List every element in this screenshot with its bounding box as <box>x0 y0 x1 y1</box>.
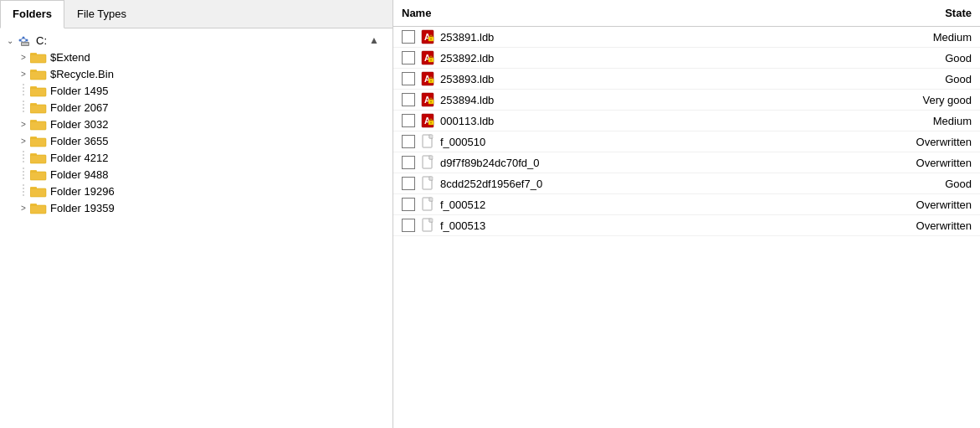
folder-icon <box>30 50 47 64</box>
tab-file-types[interactable]: File Types <box>64 0 139 28</box>
file-checkbox[interactable] <box>402 135 415 148</box>
tree-item[interactable]: Folder 9488 <box>0 166 393 183</box>
expand-btn[interactable]: > <box>17 134 30 147</box>
file-type-icon <box>420 197 437 212</box>
file-row[interactable]: d9f7f89b24dc70fd_0Overwritten <box>393 152 980 173</box>
svg-line-6 <box>23 38 27 40</box>
file-state: Good <box>838 73 972 85</box>
file-state: Very good <box>838 94 972 106</box>
tree-item-label: Folder 19359 <box>50 202 115 214</box>
tree-item[interactable]: > Folder 3032 <box>0 116 393 132</box>
no-expand <box>17 84 30 97</box>
file-type-icon: A <box>420 113 437 128</box>
tree-item[interactable]: Folder 19296 <box>0 183 393 199</box>
tree-item[interactable]: > Folder 3655 <box>0 132 393 149</box>
header-name: Name <box>402 7 838 19</box>
folder-icon <box>30 67 47 80</box>
tree-item-label: $Recycle.Bin <box>50 68 114 80</box>
svg-line-4 <box>20 38 23 40</box>
file-checkbox[interactable] <box>402 219 415 232</box>
svg-rect-22 <box>30 103 37 106</box>
svg-rect-39 <box>30 188 46 197</box>
tree-item-label: Folder 19296 <box>50 185 115 198</box>
svg-rect-31 <box>30 155 46 163</box>
svg-rect-13 <box>30 71 46 80</box>
file-checkbox[interactable] <box>402 156 415 169</box>
file-row[interactable]: f_000512Overwritten <box>393 194 980 215</box>
right-panel: Name State A 253891.ldbMedium A 253892.l… <box>393 0 980 428</box>
file-list-header: Name State <box>393 0 980 27</box>
file-state: Overwritten <box>838 219 972 232</box>
svg-rect-40 <box>30 187 37 189</box>
folder-icon <box>30 84 47 97</box>
left-panel: Folders File Types ⌄ <box>0 0 393 428</box>
svg-rect-36 <box>30 170 37 173</box>
file-name: 8cdd252df1956ef7_0 <box>440 178 838 190</box>
file-checkbox[interactable] <box>402 114 415 127</box>
header-state: State <box>838 7 972 19</box>
tree-item-label: $Extend <box>50 51 90 64</box>
tree-item-label: Folder 3655 <box>50 135 108 147</box>
svg-marker-72 <box>429 198 433 201</box>
svg-rect-11 <box>30 53 37 55</box>
svg-rect-17 <box>30 88 46 96</box>
svg-rect-52 <box>430 59 432 61</box>
file-name: d9f7f89b24dc70fd_0 <box>440 157 838 169</box>
expand-btn[interactable]: > <box>17 117 30 131</box>
tree-item-label: Folder 2067 <box>50 101 108 114</box>
tree-item[interactable]: > $Recycle.Bin <box>0 65 393 82</box>
svg-rect-42 <box>30 205 46 214</box>
file-state: Overwritten <box>838 157 972 169</box>
file-checkbox[interactable] <box>402 30 415 44</box>
no-expand <box>17 184 30 198</box>
tab-bar: Folders File Types <box>0 0 393 28</box>
file-row[interactable]: 8cdd252df1956ef7_0Good <box>393 173 980 194</box>
scroll-up-btn[interactable]: ▲ <box>369 34 393 46</box>
file-name: 253894.ldb <box>440 94 838 106</box>
tree-item[interactable]: Folder 2067 <box>0 99 393 116</box>
expand-btn[interactable]: > <box>17 67 30 80</box>
tree-item-label: Folder 9488 <box>50 168 108 181</box>
file-row[interactable]: f_000513Overwritten <box>393 215 980 236</box>
file-checkbox[interactable] <box>402 198 415 211</box>
tree-item[interactable]: Folder 1495 <box>0 82 393 99</box>
file-checkbox[interactable] <box>402 72 415 85</box>
file-checkbox[interactable] <box>402 177 415 190</box>
tree-item[interactable]: > $Extend <box>0 49 393 65</box>
tree-item[interactable]: Folder 4212 <box>0 149 393 166</box>
tab-folders[interactable]: Folders <box>0 0 64 28</box>
expand-icon-root[interactable]: ⌄ <box>3 34 17 47</box>
file-state: Overwritten <box>838 136 972 148</box>
folder-icon <box>30 101 47 114</box>
svg-rect-10 <box>30 54 46 63</box>
tree-item-root[interactable]: ⌄ C: ▲ <box>0 32 393 49</box>
file-checkbox[interactable] <box>402 51 415 64</box>
svg-rect-21 <box>30 105 46 113</box>
svg-marker-74 <box>429 219 433 222</box>
file-state: Good <box>838 52 972 64</box>
svg-rect-60 <box>430 101 432 103</box>
file-row[interactable]: A 253893.ldbGood <box>393 69 980 90</box>
file-row[interactable]: A 000113.ldbMedium <box>393 111 980 131</box>
folder-icon <box>30 184 47 198</box>
tree-item-label: Folder 1495 <box>50 85 108 97</box>
file-row[interactable]: A 253891.ldbMedium <box>393 27 980 48</box>
folder-tree: ⌄ C: ▲ <box>0 28 393 428</box>
svg-rect-18 <box>30 86 37 89</box>
file-row[interactable]: f_000510Overwritten <box>393 131 980 152</box>
svg-rect-48 <box>430 39 432 40</box>
tree-item-label: Folder 4212 <box>50 152 108 164</box>
expand-btn[interactable]: > <box>17 201 30 214</box>
file-checkbox[interactable] <box>402 93 415 106</box>
svg-marker-70 <box>429 177 433 180</box>
file-row[interactable]: A 253894.ldbVery good <box>393 90 980 111</box>
expand-btn[interactable]: > <box>17 50 30 64</box>
file-list: A 253891.ldbMedium A 253892.ldbGood A 25… <box>393 27 980 428</box>
tree-root-label: C: <box>36 34 47 47</box>
tree-item[interactable]: > Folder 19359 <box>0 199 393 216</box>
file-row[interactable]: A 253892.ldbGood <box>393 48 980 69</box>
file-type-icon: A <box>420 92 437 107</box>
svg-rect-56 <box>430 80 432 82</box>
no-expand <box>17 168 30 181</box>
file-type-icon: A <box>420 71 437 86</box>
